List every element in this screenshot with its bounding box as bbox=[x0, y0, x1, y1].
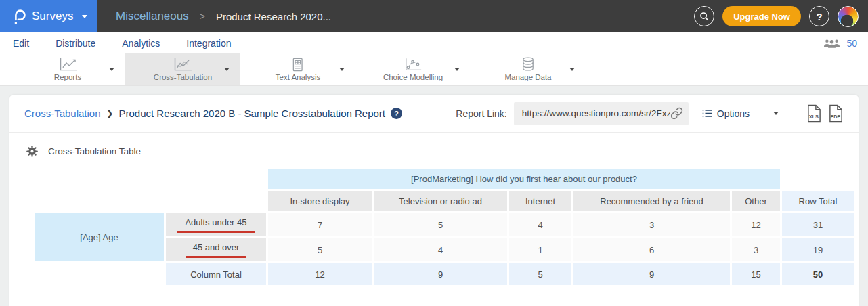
caret-down-icon[interactable] bbox=[224, 68, 230, 71]
column-header: Recommended by a friend bbox=[573, 191, 730, 211]
list-icon bbox=[702, 109, 712, 118]
table-row: [Age] Age Adults under 45 7 5 4 3 12 31 bbox=[35, 213, 854, 236]
news-document-icon bbox=[290, 58, 305, 72]
line-chart-icon bbox=[58, 58, 78, 72]
tab-manage-data[interactable]: Manage Data bbox=[471, 53, 586, 85]
report-link-label: Report Link: bbox=[456, 108, 506, 119]
nav-item-integration[interactable]: Integration bbox=[186, 35, 232, 51]
topbar-actions: Upgrade Now ? bbox=[694, 6, 868, 27]
survey-title: Product Research 2020... bbox=[216, 11, 331, 22]
column-total-cell: 15 bbox=[732, 263, 780, 285]
column-total-cell: 12 bbox=[268, 263, 372, 285]
help-button[interactable]: ? bbox=[809, 6, 829, 26]
spacer-cell bbox=[35, 191, 266, 211]
caret-down-icon[interactable] bbox=[109, 68, 114, 71]
column-total-label: Column Total bbox=[166, 263, 266, 285]
row-label: 45 and over bbox=[186, 242, 247, 258]
section-header: Cross-Tabulation Table bbox=[9, 133, 859, 158]
tab-label: Choice Modelling bbox=[383, 73, 443, 81]
scatter-chart-icon bbox=[404, 58, 422, 72]
analytics-toolbar: Reports Cross-Tabulation bbox=[0, 53, 868, 86]
report-link-box bbox=[514, 102, 689, 125]
value-cell: 5 bbox=[374, 213, 507, 236]
database-icon bbox=[521, 58, 536, 72]
upgrade-now-button[interactable]: Upgrade Now bbox=[722, 6, 801, 26]
report-card: Cross-Tabulation ❯ Product Research 2020… bbox=[9, 95, 859, 306]
export-xls-button[interactable]: XLS bbox=[806, 104, 822, 123]
tab-label: Cross-Tabulation bbox=[154, 73, 212, 81]
row-label: Adults under 45 bbox=[177, 217, 254, 233]
row-label-cell[interactable]: Adults under 45 bbox=[166, 213, 266, 236]
top-bar: Surveys Miscellaneous > Product Research… bbox=[0, 0, 868, 32]
breadcrumb-folder[interactable]: Miscellaneous bbox=[116, 9, 189, 23]
value-cell: 3 bbox=[573, 213, 730, 236]
grand-total-cell: 50 bbox=[782, 263, 854, 285]
avatar[interactable] bbox=[838, 6, 859, 27]
column-header: Other bbox=[732, 191, 780, 211]
gear-icon[interactable] bbox=[26, 145, 39, 158]
column-header: Television or radio ad bbox=[374, 191, 507, 211]
column-total-cell: 5 bbox=[509, 263, 571, 285]
column-total-cell: 9 bbox=[573, 263, 730, 285]
report-help-icon[interactable]: ? bbox=[391, 108, 402, 119]
tab-choice-modelling[interactable]: Choice Modelling bbox=[355, 53, 471, 85]
vertical-divider bbox=[794, 104, 794, 124]
column-header: In-store display bbox=[268, 191, 372, 211]
product-switcher[interactable]: Surveys bbox=[0, 0, 97, 32]
column-total-cell: 9 bbox=[374, 263, 507, 285]
report-header: Cross-Tabulation ❯ Product Research 2020… bbox=[9, 95, 859, 133]
users-icon bbox=[823, 38, 840, 49]
product-label: Surveys bbox=[32, 9, 73, 23]
respondent-count: 50 bbox=[846, 38, 857, 49]
multi-line-chart-icon bbox=[173, 58, 192, 72]
search-icon bbox=[699, 11, 710, 22]
options-dropdown[interactable]: Options bbox=[702, 108, 779, 119]
section-title: Cross-Tabulation Table bbox=[48, 146, 141, 156]
tab-label: Text Analysis bbox=[276, 73, 320, 81]
value-cell: 4 bbox=[509, 213, 571, 236]
value-cell: 3 bbox=[732, 238, 780, 261]
row-total-cell: 19 bbox=[782, 238, 854, 261]
nav-item-edit[interactable]: Edit bbox=[12, 35, 30, 51]
question-mark-icon: ? bbox=[816, 11, 822, 22]
row-total-header: Row Total bbox=[782, 191, 854, 211]
report-link-input[interactable] bbox=[522, 108, 670, 118]
value-cell: 12 bbox=[732, 213, 780, 236]
row-label-cell[interactable]: 45 and over bbox=[166, 238, 266, 261]
nav-item-distribute[interactable]: Distribute bbox=[55, 35, 96, 51]
caret-down-icon[interactable] bbox=[339, 68, 345, 71]
column-header-row: In-store display Television or radio ad … bbox=[35, 191, 854, 211]
search-button[interactable] bbox=[694, 6, 714, 26]
questionpro-logo bbox=[12, 8, 26, 25]
pdf-label: PDF bbox=[830, 114, 840, 120]
chevron-right-icon: ❯ bbox=[106, 108, 114, 118]
spacer-cell bbox=[35, 263, 164, 285]
tab-label: Reports bbox=[54, 73, 81, 81]
value-cell: 5 bbox=[268, 238, 372, 261]
spacer-cell bbox=[35, 169, 266, 189]
report-title: Product Research 2020 B - Sample Crossta… bbox=[118, 108, 385, 119]
tab-reports[interactable]: Reports bbox=[10, 53, 125, 85]
value-cell: 6 bbox=[573, 238, 730, 261]
row-variable-cell: [Age] Age bbox=[35, 213, 164, 261]
crosstab-breadcrumb-link[interactable]: Cross-Tabulation bbox=[24, 108, 101, 119]
link-icon[interactable] bbox=[670, 107, 683, 120]
tab-text-analysis[interactable]: Text Analysis bbox=[240, 53, 355, 85]
report-actions: Report Link: Options bbox=[456, 102, 846, 125]
value-cell: 4 bbox=[374, 238, 507, 261]
caret-down-icon[interactable] bbox=[569, 68, 575, 71]
caret-down-icon[interactable] bbox=[454, 68, 460, 71]
spacer-cell bbox=[782, 169, 854, 189]
tab-cross-tabulation[interactable]: Cross-Tabulation bbox=[125, 53, 240, 85]
value-cell: 1 bbox=[509, 238, 571, 261]
export-pdf-button[interactable]: PDF bbox=[828, 104, 844, 123]
question-header-cell: [ProdMarketing] How did you first hear a… bbox=[268, 169, 780, 189]
nav-item-analytics[interactable]: Analytics bbox=[121, 35, 160, 51]
column-header: Internet bbox=[509, 191, 571, 211]
survey-nav: Edit Distribute Analytics Integration 50 bbox=[0, 32, 868, 53]
respondents-summary[interactable]: 50 bbox=[823, 38, 857, 49]
caret-down-icon bbox=[82, 15, 87, 18]
row-total-cell: 31 bbox=[782, 213, 854, 236]
column-total-row: Column Total 12 9 5 9 15 50 bbox=[35, 263, 854, 285]
value-cell: 7 bbox=[268, 213, 372, 236]
